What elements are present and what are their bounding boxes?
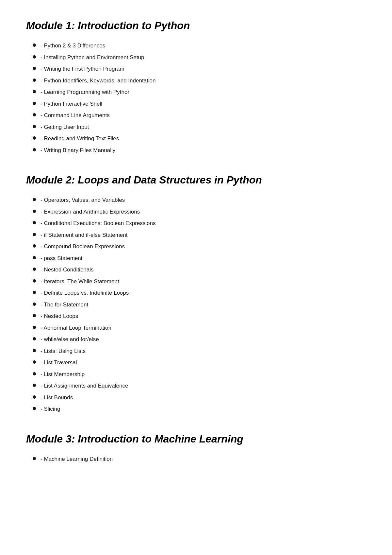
list-item: - while/else and for/else — [33, 335, 366, 344]
list-item-text: - Command Line Arguments — [41, 111, 366, 120]
bullet-icon — [33, 395, 36, 399]
list-item-text: - Reading and Writing Text Files — [41, 134, 366, 143]
list-item: - pass Statement — [33, 254, 366, 263]
list-item-text: - Python Identifiers, Keywords, and Inde… — [41, 77, 366, 85]
list-item-text: - Installing Python and Environment Setu… — [41, 53, 366, 62]
bullet-icon — [33, 244, 36, 248]
bullet-icon — [33, 102, 36, 105]
bullet-icon — [33, 256, 36, 259]
list-item: - Learning Programming with Python — [33, 88, 366, 96]
list-item-text: - List Membership — [41, 370, 366, 379]
bullet-icon — [33, 407, 36, 410]
list-item-text: - The for Statement — [41, 301, 366, 309]
list-item-text: - Compound Boolean Expressions — [41, 242, 366, 251]
bullet-icon — [33, 78, 36, 82]
list-item: - Python Identifiers, Keywords, and Inde… — [33, 77, 366, 85]
bullet-icon — [33, 198, 36, 201]
list-item: - Slicing — [33, 405, 366, 413]
list-item-text: - Machine Learning Definition — [41, 455, 366, 463]
module-section-3: Module 3: Introduction to Machine Learni… — [26, 433, 366, 463]
list-item: - Definite Loops vs. Indefinite Loops — [33, 289, 366, 297]
bullet-icon — [33, 337, 36, 340]
list-item-text: - Learning Programming with Python — [41, 88, 366, 96]
list-item: - Conditional Executions: Boolean Expres… — [33, 219, 366, 228]
list-item: - Nested Conditionals — [33, 266, 366, 274]
bullet-icon — [33, 360, 36, 364]
list-item-text: - Nested Conditionals — [41, 266, 366, 274]
bullet-icon — [33, 221, 36, 224]
module-section-2: Module 2: Loops and Data Structures in P… — [26, 174, 366, 413]
list-item: - Getting User Input — [33, 123, 366, 131]
bullet-icon — [33, 314, 36, 317]
list-item: - Expression and Arithmetic Expressions — [33, 208, 366, 216]
list-item: - Machine Learning Definition — [33, 455, 366, 463]
list-item-text: - List Assignments and Equivalence — [41, 382, 366, 390]
bullet-icon — [33, 136, 36, 140]
list-item-text: - List Traversal — [41, 358, 366, 367]
list-item-text: - if Statement and if-else Statement — [41, 231, 366, 239]
list-item-text: - Definite Loops vs. Indefinite Loops — [41, 289, 366, 297]
list-item: - Operators, Values, and Variables — [33, 196, 366, 204]
list-item: - List Traversal — [33, 358, 366, 367]
list-item-text: - Iterators: The While Statement — [41, 277, 366, 286]
module-title-1: Module 1: Introduction to Python — [26, 20, 366, 32]
module-list-1: - Python 2 & 3 Differences- Installing P… — [26, 42, 366, 154]
bullet-icon — [33, 291, 36, 294]
bullet-icon — [33, 303, 36, 306]
bullet-icon — [33, 148, 36, 151]
bullet-icon — [33, 90, 36, 93]
list-item: - Writing the First Python Program — [33, 65, 366, 73]
list-item-text: - Lists: Using Lists — [41, 347, 366, 356]
bullet-icon — [33, 349, 36, 352]
list-item: - Python Interactive Shell — [33, 100, 366, 108]
list-item: - List Assignments and Equivalence — [33, 382, 366, 390]
bullet-icon — [33, 210, 36, 213]
list-item-text: - Writing the First Python Program — [41, 65, 366, 73]
list-item-text: - Slicing — [41, 405, 366, 413]
list-item-text: - Getting User Input — [41, 123, 366, 131]
list-item-text: - Abnormal Loop Termination — [41, 324, 366, 332]
list-item-text: - Operators, Values, and Variables — [41, 196, 366, 204]
module-section-1: Module 1: Introduction to Python- Python… — [26, 20, 366, 154]
list-item: - Writing Binary Files Manually — [33, 146, 366, 155]
list-item-text: - List Bounds — [41, 393, 366, 402]
list-item-text: - Expression and Arithmetic Expressions — [41, 208, 366, 216]
bullet-icon — [33, 125, 36, 128]
bullet-icon — [33, 326, 36, 329]
bullet-icon — [33, 457, 36, 460]
list-item-text: - pass Statement — [41, 254, 366, 263]
list-item: - Python 2 & 3 Differences — [33, 42, 366, 50]
module-title-3: Module 3: Introduction to Machine Learni… — [26, 433, 366, 445]
bullet-icon — [33, 279, 36, 283]
bullet-icon — [33, 55, 36, 59]
bullet-icon — [33, 43, 36, 47]
bullet-icon — [33, 372, 36, 375]
list-item-text: - Conditional Executions: Boolean Expres… — [41, 219, 366, 228]
list-item: - Compound Boolean Expressions — [33, 242, 366, 251]
list-item: - The for Statement — [33, 301, 366, 309]
bullet-icon — [33, 384, 36, 387]
list-item: - Installing Python and Environment Setu… — [33, 53, 366, 62]
list-item: - Iterators: The While Statement — [33, 277, 366, 286]
list-item: - Abnormal Loop Termination — [33, 324, 366, 332]
list-item: - List Membership — [33, 370, 366, 379]
module-title-2: Module 2: Loops and Data Structures in P… — [26, 174, 366, 186]
list-item: - Lists: Using Lists — [33, 347, 366, 356]
list-item-text: - while/else and for/else — [41, 335, 366, 344]
bullet-icon — [33, 233, 36, 236]
list-item-text: - Python Interactive Shell — [41, 100, 366, 108]
list-item: - List Bounds — [33, 393, 366, 402]
list-item: - Nested Loops — [33, 312, 366, 321]
list-item-text: - Python 2 & 3 Differences — [41, 42, 366, 50]
bullet-icon — [33, 113, 36, 116]
list-item: - Command Line Arguments — [33, 111, 366, 120]
module-list-3: - Machine Learning Definition — [26, 455, 366, 463]
module-list-2: - Operators, Values, and Variables- Expr… — [26, 196, 366, 413]
list-item: - Reading and Writing Text Files — [33, 134, 366, 143]
list-item-text: - Nested Loops — [41, 312, 366, 321]
list-item-text: - Writing Binary Files Manually — [41, 146, 366, 155]
bullet-icon — [33, 67, 36, 70]
list-item: - if Statement and if-else Statement — [33, 231, 366, 239]
bullet-icon — [33, 268, 36, 271]
page-content: Module 1: Introduction to Python- Python… — [26, 20, 366, 463]
